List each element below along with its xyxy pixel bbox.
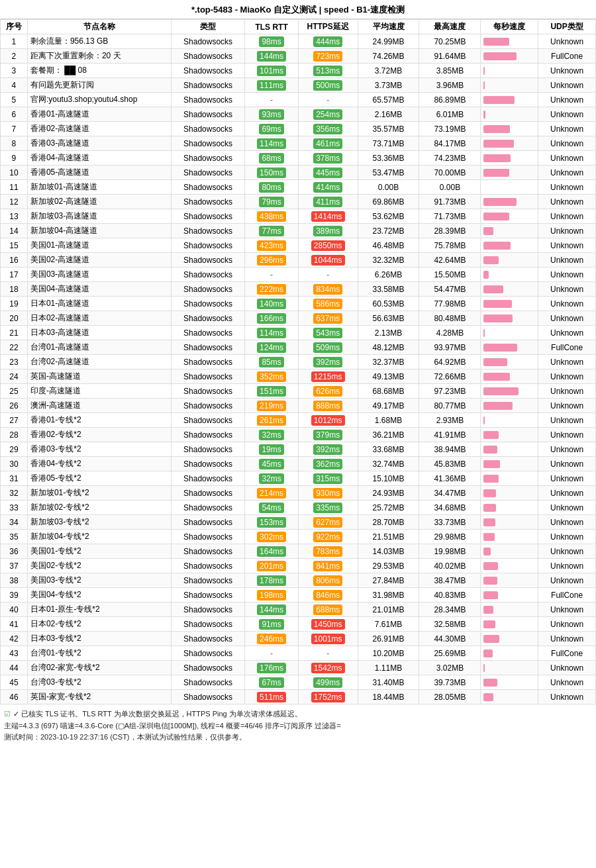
cell-max: 33.73MB: [419, 515, 481, 530]
cell-name: 美国01-高速隧道: [27, 238, 171, 253]
cell-bar: [481, 34, 538, 49]
cell-type: Shadowsocks: [171, 122, 245, 136]
cell-bar: [481, 326, 538, 340]
cell-bar: [481, 486, 538, 501]
title-bar: *.top-5483 - MiaoKo 自定义测试 | speed - B1-速…: [0, 0, 596, 19]
table-row: 19 日本01-高速隧道 Shadowsocks 140ms 586ms 60.…: [1, 297, 596, 311]
cell-avg: 3.73MB: [358, 78, 419, 93]
title-text: *.top-5483 - MiaoKo 自定义测试 | speed - B1-速…: [191, 5, 405, 15]
cell-tls: 153ms: [245, 515, 299, 530]
cell-udp: Unknown: [538, 501, 596, 515]
table-row: 4 有问题先更新订阅 Shadowsocks 111ms 500ms 3.73M…: [1, 78, 596, 93]
cell-tls: 45ms: [245, 457, 299, 471]
cell-type: Shadowsocks: [171, 267, 245, 282]
table-row: 3 套餐期： ██ 08 Shadowsocks 101ms 513ms 3.7…: [1, 64, 596, 78]
cell-udp: Unknown: [538, 93, 596, 107]
cell-name: 台湾01-高速隧道: [27, 340, 171, 355]
cell-name: 香港05-专线*2: [27, 471, 171, 486]
cell-type: Shadowsocks: [171, 326, 245, 340]
cell-name: 英国-高速隧道: [27, 369, 171, 384]
cell-name: 香港01-高速隧道: [27, 107, 171, 122]
cell-type: Shadowsocks: [171, 632, 245, 646]
cell-max: 64.92MB: [419, 355, 481, 369]
cell-max: 71.73MB: [419, 209, 481, 224]
cell-udp: FullCone: [538, 646, 596, 661]
cell-bar: [481, 413, 538, 428]
cell-udp: FullCone: [538, 588, 596, 603]
cell-tls: 93ms: [245, 107, 299, 122]
cell-avg: 28.70MB: [358, 515, 419, 530]
cell-bar: [481, 399, 538, 413]
cell-https: 335ms: [298, 501, 358, 515]
cell-no: 24: [1, 369, 28, 384]
cell-name: 香港03-专线*2: [27, 442, 171, 457]
cell-avg: 48.12MB: [358, 340, 419, 355]
cell-name: 距离下次重置剩余：20 天: [27, 49, 171, 64]
cell-bar: [481, 340, 538, 355]
cell-tls: 296ms: [245, 253, 299, 267]
table-row: 7 香港02-高速隧道 Shadowsocks 69ms 356ms 35.57…: [1, 122, 596, 136]
cell-name: 香港03-高速隧道: [27, 136, 171, 151]
table-row: 36 美国01-专线*2 Shadowsocks 164ms 783ms 14.…: [1, 544, 596, 559]
cell-no: 22: [1, 340, 28, 355]
cell-https: 499ms: [298, 675, 358, 690]
cell-https: 1012ms: [298, 413, 358, 428]
cell-type: Shadowsocks: [171, 501, 245, 515]
cell-no: 5: [1, 93, 28, 107]
col-tls: TLS RTT: [245, 20, 299, 34]
cell-udp: Unknown: [538, 64, 596, 78]
cell-tls: 77ms: [245, 224, 299, 238]
cell-bar: [481, 515, 538, 530]
cell-avg: 65.57MB: [358, 93, 419, 107]
cell-udp: Unknown: [538, 282, 596, 297]
cell-type: Shadowsocks: [171, 180, 245, 195]
table-row: 14 新加坡04-高速隧道 Shadowsocks 77ms 389ms 23.…: [1, 224, 596, 238]
cell-bar: [481, 559, 538, 573]
cell-bar: [481, 661, 538, 675]
cell-type: Shadowsocks: [171, 646, 245, 661]
cell-name: 新加坡03-专线*2: [27, 515, 171, 530]
cell-https: 2850ms: [298, 238, 358, 253]
cell-avg: 23.72MB: [358, 224, 419, 238]
table-row: 46 英国-家宽-专线*2 Shadowsocks 511ms 1752ms 1…: [1, 690, 596, 704]
cell-bar: [481, 209, 538, 224]
cell-tls: 98ms: [245, 34, 299, 49]
cell-tls: 91ms: [245, 617, 299, 632]
cell-name: 日本02-专线*2: [27, 617, 171, 632]
table-row: 45 台湾03-专线*2 Shadowsocks 67ms 499ms 31.4…: [1, 675, 596, 690]
speed-table: 序号 节点名称 类型 TLS RTT HTTPS延迟 平均速度 最高速度 每秒速…: [0, 19, 596, 704]
table-row: 9 香港04-高速隧道 Shadowsocks 68ms 378ms 53.36…: [1, 151, 596, 166]
cell-https: 723ms: [298, 49, 358, 64]
cell-udp: Unknown: [538, 428, 596, 442]
cell-no: 35: [1, 530, 28, 544]
cell-no: 20: [1, 311, 28, 326]
cell-max: 28.05MB: [419, 690, 481, 704]
cell-tls: 201ms: [245, 559, 299, 573]
cell-name: 官网:youtu3.shop;youtu4.shop: [27, 93, 171, 107]
cell-udp: Unknown: [538, 253, 596, 267]
cell-https: 834ms: [298, 282, 358, 297]
table-row: 20 日本02-高速隧道 Shadowsocks 166ms 637ms 56.…: [1, 311, 596, 326]
cell-no: 33: [1, 501, 28, 515]
cell-type: Shadowsocks: [171, 78, 245, 93]
cell-avg: 32.32MB: [358, 253, 419, 267]
table-row: 24 英国-高速隧道 Shadowsocks 352ms 1215ms 49.1…: [1, 369, 596, 384]
cell-avg: 24.93MB: [358, 486, 419, 501]
cell-max: 19.98MB: [419, 544, 481, 559]
cell-type: Shadowsocks: [171, 588, 245, 603]
cell-udp: Unknown: [538, 573, 596, 588]
cell-avg: 1.68MB: [358, 413, 419, 428]
cell-https: 586ms: [298, 297, 358, 311]
cell-max: 40.83MB: [419, 588, 481, 603]
cell-name: 新加坡04-高速隧道: [27, 224, 171, 238]
cell-bar: [481, 122, 538, 136]
cell-type: Shadowsocks: [171, 442, 245, 457]
cell-name: 澳洲-高速隧道: [27, 399, 171, 413]
cell-name: 新加坡02-专线*2: [27, 501, 171, 515]
cell-udp: Unknown: [538, 136, 596, 151]
cell-avg: 21.01MB: [358, 603, 419, 617]
cell-no: 32: [1, 486, 28, 501]
cell-bar: [481, 238, 538, 253]
cell-udp: Unknown: [538, 442, 596, 457]
cell-avg: 7.61MB: [358, 617, 419, 632]
